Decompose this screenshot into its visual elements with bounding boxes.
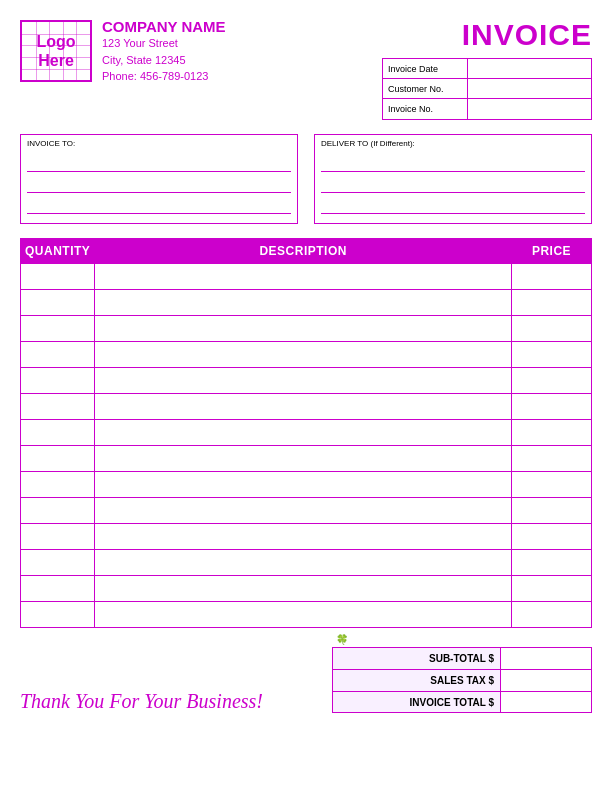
company-address-2: City, State 12345: [102, 52, 226, 69]
desc-cell[interactable]: [95, 368, 512, 394]
deliver-to-lines: [321, 152, 585, 216]
price-cell[interactable]: [512, 446, 592, 472]
invoice-table: QUANTITY DESCRIPTION PRICE: [20, 238, 592, 628]
qty-cell[interactable]: [21, 524, 95, 550]
qty-cell[interactable]: [21, 342, 95, 368]
qty-cell[interactable]: [21, 576, 95, 602]
table-row: [21, 524, 592, 550]
price-cell[interactable]: [512, 550, 592, 576]
invoice-fields: Invoice Date Customer No. Invoice No.: [382, 58, 592, 120]
company-address-1: 123 Your Street: [102, 35, 226, 52]
template-icon: 🍀: [336, 634, 348, 645]
desc-cell[interactable]: [95, 394, 512, 420]
price-cell[interactable]: [512, 576, 592, 602]
subtotal-label: SUB-TOTAL $: [333, 648, 501, 669]
logo-box: Logo Here: [20, 20, 92, 82]
desc-cell[interactable]: [95, 342, 512, 368]
invoice-date-value[interactable]: [468, 59, 591, 78]
price-cell[interactable]: [512, 264, 592, 290]
invoice-date-label: Invoice Date: [383, 59, 468, 78]
desc-cell[interactable]: [95, 498, 512, 524]
desc-cell[interactable]: [95, 290, 512, 316]
table-row: [21, 472, 592, 498]
table-row: [21, 342, 592, 368]
table-row: [21, 550, 592, 576]
company-phone: Phone: 456-789-0123: [102, 68, 226, 85]
qty-cell[interactable]: [21, 394, 95, 420]
invoice-page: Logo Here COMPANY NAME 123 Your Street C…: [0, 0, 612, 792]
desc-cell[interactable]: [95, 550, 512, 576]
price-cell[interactable]: [512, 524, 592, 550]
invoice-to-box: INVOICE TO:: [20, 134, 298, 224]
company-info: COMPANY NAME 123 Your Street City, State…: [102, 18, 226, 85]
subtotal-value[interactable]: [501, 648, 591, 669]
deliver-to-label: DELIVER TO (If Different):: [321, 139, 585, 148]
address-section: INVOICE TO: DELIVER TO (If Different):: [20, 134, 592, 224]
deliver-to-line-3[interactable]: [321, 196, 585, 214]
qty-cell[interactable]: [21, 264, 95, 290]
price-cell[interactable]: [512, 602, 592, 628]
table-row: [21, 394, 592, 420]
invoice-to-line-3[interactable]: [27, 196, 291, 214]
qty-cell[interactable]: [21, 446, 95, 472]
price-cell[interactable]: [512, 342, 592, 368]
price-cell[interactable]: [512, 290, 592, 316]
qty-cell[interactable]: [21, 290, 95, 316]
totals-area: 🍀 SUB-TOTAL $ SALES TAX $ INVOICE TOTAL …: [332, 634, 592, 713]
company-name: COMPANY NAME: [102, 18, 226, 35]
table-row: [21, 264, 592, 290]
invoice-to-label: INVOICE TO:: [27, 139, 291, 148]
customer-no-row: Customer No.: [383, 79, 591, 99]
price-cell[interactable]: [512, 316, 592, 342]
salestax-row: SALES TAX $: [332, 669, 592, 691]
invoice-no-value[interactable]: [468, 99, 591, 119]
desc-cell[interactable]: [95, 524, 512, 550]
qty-cell[interactable]: [21, 550, 95, 576]
desc-cell[interactable]: [95, 264, 512, 290]
price-cell[interactable]: [512, 420, 592, 446]
header-quantity: QUANTITY: [21, 239, 95, 264]
header-price: PRICE: [512, 239, 592, 264]
deliver-to-box: DELIVER TO (If Different):: [314, 134, 592, 224]
desc-cell[interactable]: [95, 576, 512, 602]
customer-no-value[interactable]: [468, 79, 591, 98]
header: Logo Here COMPANY NAME 123 Your Street C…: [20, 18, 592, 120]
table-header: QUANTITY DESCRIPTION PRICE: [21, 239, 592, 264]
invoicetotal-value[interactable]: [501, 692, 591, 712]
invoice-title: INVOICE: [462, 18, 592, 52]
logo-text: Logo Here: [36, 32, 75, 70]
thank-you-text: Thank You For Your Business!: [20, 690, 263, 713]
salestax-value[interactable]: [501, 670, 591, 691]
price-cell[interactable]: [512, 498, 592, 524]
deliver-to-line-1[interactable]: [321, 154, 585, 172]
table-row: [21, 576, 592, 602]
table-body: [21, 264, 592, 628]
desc-cell[interactable]: [95, 446, 512, 472]
subtotal-row: SUB-TOTAL $: [332, 647, 592, 669]
qty-cell[interactable]: [21, 316, 95, 342]
desc-cell[interactable]: [95, 316, 512, 342]
invoicetotal-label: INVOICE TOTAL $: [333, 692, 501, 712]
totals-logo-row: 🍀: [332, 634, 592, 645]
invoice-to-line-2[interactable]: [27, 175, 291, 193]
qty-cell[interactable]: [21, 498, 95, 524]
deliver-to-line-2[interactable]: [321, 175, 585, 193]
desc-cell[interactable]: [95, 420, 512, 446]
desc-cell[interactable]: [95, 602, 512, 628]
qty-cell[interactable]: [21, 368, 95, 394]
desc-cell[interactable]: [95, 472, 512, 498]
header-right: INVOICE Invoice Date Customer No. Invoic…: [382, 18, 592, 120]
table-row: [21, 602, 592, 628]
price-cell[interactable]: [512, 472, 592, 498]
table-row: [21, 290, 592, 316]
qty-cell[interactable]: [21, 420, 95, 446]
price-cell[interactable]: [512, 368, 592, 394]
invoice-to-line-1[interactable]: [27, 154, 291, 172]
qty-cell[interactable]: [21, 472, 95, 498]
price-cell[interactable]: [512, 394, 592, 420]
header-description: DESCRIPTION: [95, 239, 512, 264]
qty-cell[interactable]: [21, 602, 95, 628]
table-row: [21, 420, 592, 446]
invoice-date-row: Invoice Date: [383, 59, 591, 79]
table-row: [21, 446, 592, 472]
